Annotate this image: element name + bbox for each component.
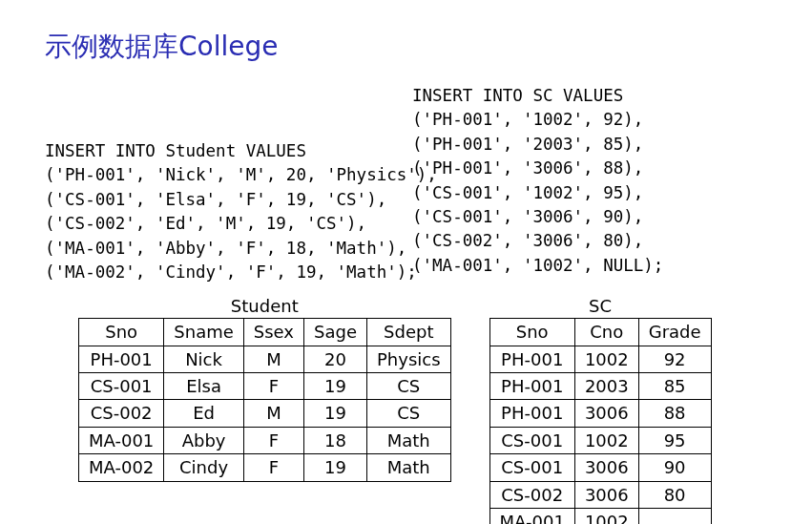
page-title: 示例数据库College bbox=[45, 29, 767, 65]
cell: 19 bbox=[304, 373, 367, 400]
student-insert-code: INSERT INTO Student VALUES ('PH-001', 'N… bbox=[45, 84, 407, 284]
col-header: Sdept bbox=[366, 319, 450, 346]
slide: 示例数据库College INSERT INTO Student VALUES … bbox=[0, 0, 812, 524]
cell: MA-002 bbox=[79, 454, 164, 481]
table-row: CS-001 Elsa F 19 CS bbox=[79, 373, 451, 400]
cell: Ed bbox=[164, 400, 243, 427]
sc-table: Sno Cno Grade PH-001 1002 92 PH-001 2003… bbox=[489, 318, 712, 524]
cell: 95 bbox=[638, 427, 711, 453]
table-row: CS-001 1002 95 bbox=[489, 427, 711, 453]
cell: 2003 bbox=[574, 373, 638, 400]
cell bbox=[638, 508, 711, 524]
col-header: Sname bbox=[164, 319, 243, 346]
table-row: PH-001 2003 85 bbox=[489, 373, 711, 400]
table-header-row: Sno Cno Grade bbox=[489, 319, 711, 346]
cell: M bbox=[243, 346, 303, 372]
cell: Cindy bbox=[164, 454, 243, 481]
cell: PH-001 bbox=[489, 346, 574, 372]
col-header: Grade bbox=[638, 319, 711, 346]
cell: F bbox=[243, 373, 303, 400]
cell: CS-001 bbox=[79, 373, 164, 400]
cell: 80 bbox=[638, 481, 711, 508]
cell: 1002 bbox=[574, 508, 638, 524]
student-table-caption: Student bbox=[78, 296, 451, 316]
table-row: MA-001 Abby F 18 Math bbox=[79, 427, 451, 453]
sc-table-caption: SC bbox=[489, 296, 712, 316]
cell: 90 bbox=[638, 454, 711, 481]
cell: MA-001 bbox=[489, 508, 574, 524]
sc-table-wrap: SC Sno Cno Grade PH-001 1002 92 bbox=[489, 296, 712, 524]
cell: CS-002 bbox=[489, 481, 574, 508]
table-row: PH-001 1002 92 bbox=[489, 346, 711, 372]
tables-row: Student Sno Sname Ssex Sage Sdept PH-001… bbox=[45, 296, 767, 524]
student-table-wrap: Student Sno Sname Ssex Sage Sdept PH-001… bbox=[78, 296, 451, 481]
table-row: CS-001 3006 90 bbox=[489, 454, 711, 481]
table-row: MA-002 Cindy F 19 Math bbox=[79, 454, 451, 481]
sc-insert-code: INSERT INTO SC VALUES ('PH-001', '1002',… bbox=[412, 84, 765, 278]
cell: Math bbox=[366, 454, 450, 481]
cell: 19 bbox=[304, 454, 367, 481]
cell: F bbox=[243, 454, 303, 481]
table-row: MA-001 1002 bbox=[489, 508, 711, 524]
table-row: CS-002 Ed M 19 CS bbox=[79, 400, 451, 427]
cell: Math bbox=[366, 427, 450, 453]
table-header-row: Sno Sname Ssex Sage Sdept bbox=[79, 319, 451, 346]
cell: 18 bbox=[304, 427, 367, 453]
col-header: Sno bbox=[79, 319, 164, 346]
cell: CS bbox=[366, 373, 450, 400]
cell: Elsa bbox=[164, 373, 243, 400]
col-header: Sage bbox=[304, 319, 367, 346]
table-row: PH-001 3006 88 bbox=[489, 400, 711, 427]
cell: CS-001 bbox=[489, 427, 574, 453]
col-header: Sno bbox=[489, 319, 574, 346]
cell: F bbox=[243, 427, 303, 453]
cell: PH-001 bbox=[489, 373, 574, 400]
cell: 20 bbox=[304, 346, 367, 372]
cell: 88 bbox=[638, 400, 711, 427]
cell: CS-002 bbox=[79, 400, 164, 427]
cell: 1002 bbox=[574, 427, 638, 453]
cell: CS bbox=[366, 400, 450, 427]
cell: 92 bbox=[638, 346, 711, 372]
table-row: PH-001 Nick M 20 Physics bbox=[79, 346, 451, 372]
cell: 1002 bbox=[574, 346, 638, 372]
cell: 19 bbox=[304, 400, 367, 427]
col-header: Cno bbox=[574, 319, 638, 346]
cell: Abby bbox=[164, 427, 243, 453]
cell: Nick bbox=[164, 346, 243, 372]
cell: CS-001 bbox=[489, 454, 574, 481]
code-row: INSERT INTO Student VALUES ('PH-001', 'N… bbox=[45, 84, 767, 284]
cell: 3006 bbox=[574, 481, 638, 508]
table-row: CS-002 3006 80 bbox=[489, 481, 711, 508]
col-header: Ssex bbox=[243, 319, 303, 346]
cell: PH-001 bbox=[79, 346, 164, 372]
cell: 3006 bbox=[574, 454, 638, 481]
cell: MA-001 bbox=[79, 427, 164, 453]
cell: 3006 bbox=[574, 400, 638, 427]
cell: PH-001 bbox=[489, 400, 574, 427]
cell: Physics bbox=[366, 346, 450, 372]
student-table: Sno Sname Ssex Sage Sdept PH-001 Nick M … bbox=[78, 318, 451, 481]
cell: 85 bbox=[638, 373, 711, 400]
cell: M bbox=[243, 400, 303, 427]
